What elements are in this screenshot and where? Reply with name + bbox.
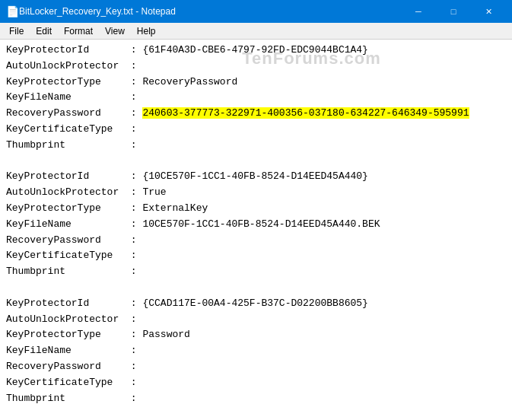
line-separator: : (125, 298, 142, 309)
line-separator: : (125, 186, 142, 198)
line-separator: : (125, 345, 142, 356)
text-line: KeyFileName : 10CE570F-1CC1-40FB-8524-D1… (6, 217, 506, 233)
line-value: 240603-377773-322971-400356-037180-63422… (142, 107, 469, 119)
text-line: KeyCertificateType : (6, 122, 506, 138)
minimize-button[interactable]: ─ (401, 0, 436, 23)
text-line: AutoUnlockProtector : True (6, 185, 506, 201)
line-value: ExternalKey (142, 202, 208, 214)
text-line: KeyProtectorId : {61F40A3D-CBE6-4797-92F… (6, 43, 506, 59)
text-line: Thumbprint : (6, 391, 506, 407)
line-label: KeyProtectorId (6, 298, 125, 309)
file-content: KeyProtectorId : {61F40A3D-CBE6-4797-92F… (6, 43, 506, 406)
line-separator: : (125, 44, 142, 56)
text-line: KeyProtectorId : {10CE570F-1CC1-40FB-852… (6, 169, 506, 185)
line-value: True (142, 186, 166, 198)
text-line: KeyCertificateType : (6, 375, 506, 391)
line-label: KeyFileName (6, 218, 125, 230)
line-label: KeyProtectorType (6, 76, 125, 88)
line-separator: : (125, 266, 142, 277)
line-separator: : (125, 377, 142, 388)
line-separator: : (125, 313, 142, 325)
app-icon: 📄 (6, 5, 19, 18)
line-label: KeyCertificateType (6, 377, 125, 388)
text-line: KeyFileName : (6, 90, 506, 106)
text-line: RecoveryPassword : (6, 359, 506, 375)
line-label: AutoUnlockProtector (6, 313, 125, 325)
text-line: AutoUnlockProtector : (6, 59, 506, 75)
line-separator: : (125, 202, 142, 214)
text-line: RecoveryPassword : 240603-377773-322971-… (6, 106, 506, 122)
text-line: AutoUnlockProtector : (6, 312, 506, 328)
line-separator: : (125, 76, 142, 88)
line-value: {CCAD117E-00A4-425F-B37C-D02200BB8605} (142, 298, 367, 309)
text-line: KeyCertificateType : (6, 248, 506, 264)
text-editor[interactable]: TenForums.com KeyProtectorId : {61F40A3D… (0, 40, 512, 420)
text-line: KeyProtectorType : ExternalKey (6, 201, 506, 217)
line-label: KeyCertificateType (6, 250, 125, 261)
line-label: RecoveryPassword (6, 234, 125, 246)
line-separator: : (125, 234, 142, 246)
line-label: RecoveryPassword (6, 361, 125, 372)
window-controls: ─ □ ✕ (401, 0, 506, 23)
line-label: RecoveryPassword (6, 107, 125, 119)
line-label: KeyFileName (6, 345, 125, 356)
line-label: KeyFileName (6, 91, 125, 103)
menu-item-file[interactable]: File (3, 24, 30, 38)
line-separator: : (125, 170, 142, 182)
title-bar: 📄 BitLocker_Recovery_Key.txt - Notepad ─… (0, 0, 512, 23)
line-separator: : (125, 139, 142, 151)
close-button[interactable]: ✕ (471, 0, 506, 23)
menu-bar: FileEditFormatViewHelp (0, 23, 512, 40)
line-separator: : (125, 91, 142, 103)
line-label: KeyProtectorId (6, 44, 125, 56)
line-value: {61F40A3D-CBE6-4797-92FD-EDC9044BC1A4} (142, 44, 367, 56)
line-separator: : (125, 250, 142, 261)
line-label: AutoUnlockProtector (6, 186, 125, 198)
window-title: BitLocker_Recovery_Key.txt - Notepad (19, 6, 401, 17)
line-separator: : (125, 361, 142, 372)
text-line: KeyProtectorId : {CCAD117E-00A4-425F-B37… (6, 296, 506, 312)
menu-item-format[interactable]: Format (58, 24, 99, 38)
line-label: KeyProtectorType (6, 202, 125, 214)
line-label: AutoUnlockProtector (6, 60, 125, 72)
text-line: RecoveryPassword : (6, 233, 506, 249)
line-value: RecoveryPassword (142, 76, 237, 88)
line-value: Password (142, 329, 189, 340)
menu-item-edit[interactable]: Edit (30, 24, 58, 38)
text-line: KeyProtectorType : Password (6, 327, 506, 343)
line-separator: : (125, 123, 142, 135)
maximize-button[interactable]: □ (436, 0, 471, 23)
line-value: 10CE570F-1CC1-40FB-8524-D14EED45A440.BEK (142, 218, 380, 230)
text-line: KeyProtectorType : RecoveryPassword (6, 75, 506, 91)
content-area: TenForums.com KeyProtectorId : {61F40A3D… (0, 40, 512, 420)
text-line: Thumbprint : (6, 264, 506, 280)
line-separator: : (125, 60, 142, 72)
line-label: Thumbprint (6, 266, 125, 277)
line-separator: : (125, 393, 142, 404)
line-value: {10CE570F-1CC1-40FB-8524-D14EED45A440} (142, 170, 367, 182)
line-separator: : (125, 107, 142, 119)
line-label: KeyProtectorType (6, 329, 125, 340)
line-label: KeyProtectorId (6, 170, 125, 182)
text-line: Thumbprint : (6, 138, 506, 154)
line-separator: : (125, 218, 142, 230)
menu-item-help[interactable]: Help (131, 24, 162, 38)
line-label: Thumbprint (6, 139, 125, 151)
line-separator: : (125, 329, 142, 340)
line-label: Thumbprint (6, 393, 125, 404)
text-line: KeyFileName : (6, 343, 506, 359)
line-label: KeyCertificateType (6, 123, 125, 135)
menu-item-view[interactable]: View (99, 24, 131, 38)
